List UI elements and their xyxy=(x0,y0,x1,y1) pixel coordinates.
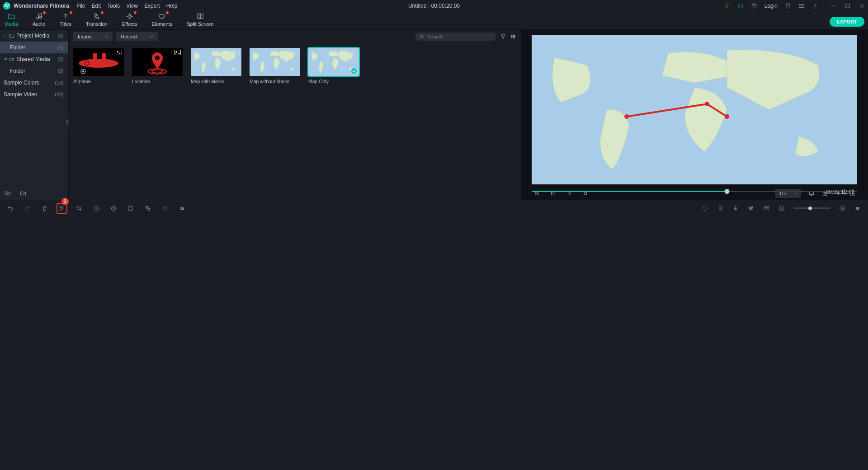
filter-icon[interactable] xyxy=(500,33,506,40)
tree-item-sample-video[interactable]: Sample Video(20) xyxy=(0,89,68,100)
grid-view-icon[interactable] xyxy=(510,33,516,40)
close-icon[interactable] xyxy=(859,3,865,9)
media-item-airplane[interactable]: Airplane xyxy=(73,48,124,84)
render-icon[interactable] xyxy=(702,205,708,212)
menu-edit[interactable]: Edit xyxy=(91,3,101,9)
tree-item-folder[interactable]: Folder(0) xyxy=(0,65,68,77)
motion-icon[interactable] xyxy=(145,205,151,212)
svg-rect-60 xyxy=(129,206,132,210)
menu-export[interactable]: Export xyxy=(144,3,160,9)
minimize-icon[interactable] xyxy=(830,3,836,9)
svg-point-48 xyxy=(624,114,629,119)
svg-point-36 xyxy=(176,51,177,52)
media-item-location[interactable]: Location xyxy=(132,48,183,84)
svg-point-21 xyxy=(514,38,515,38)
zoom-fit-icon[interactable] xyxy=(854,205,861,212)
tree-item-project-media[interactable]: Project Media(5) xyxy=(0,30,68,42)
tab-audio[interactable]: Audio xyxy=(32,10,46,29)
svg-point-19 xyxy=(511,38,512,38)
svg-point-14 xyxy=(513,35,514,36)
svg-rect-77 xyxy=(859,207,859,210)
greenscreen-icon[interactable] xyxy=(127,205,134,212)
zoom-slider[interactable] xyxy=(794,207,830,209)
svg-point-42 xyxy=(293,51,295,52)
menu-help[interactable]: Help xyxy=(166,3,178,9)
mail-icon[interactable] xyxy=(798,3,805,9)
menu-file[interactable]: File xyxy=(76,3,85,9)
tab-bar: MediaAudioTitlesTransitionEffectsElement… xyxy=(0,12,868,30)
svg-rect-72 xyxy=(764,209,768,210)
document-title: Untitled : 00:00:20:00 xyxy=(408,3,460,9)
menu-view[interactable]: View xyxy=(126,3,138,9)
image-type-icon xyxy=(175,50,181,55)
svg-point-45 xyxy=(352,51,354,52)
keyframe-icon[interactable] xyxy=(162,205,168,212)
svg-point-16 xyxy=(511,36,512,37)
collapse-handle[interactable] xyxy=(65,115,69,129)
zoom-in-icon[interactable] xyxy=(839,205,845,212)
preview-pane: { } 1/2 00:00:12:02 xyxy=(521,30,868,200)
tab-media[interactable]: Media xyxy=(4,10,19,29)
mixer-icon[interactable] xyxy=(748,205,754,212)
svg-rect-41 xyxy=(292,50,298,55)
tree-item-shared-media[interactable]: Shared Media(0) xyxy=(0,53,68,65)
preview-slider[interactable]: { } xyxy=(532,187,857,189)
menu-tools[interactable]: Tools xyxy=(107,3,120,9)
media-item-map-without-marks[interactable]: Map without Marks xyxy=(250,48,300,84)
undo-icon[interactable] xyxy=(7,205,14,212)
import-dropdown[interactable]: Import xyxy=(73,32,113,41)
zoom-out-icon[interactable] xyxy=(778,205,785,212)
svg-point-66 xyxy=(703,206,708,211)
adjust-icon[interactable] xyxy=(179,205,185,212)
svg-rect-71 xyxy=(764,207,768,207)
split-button[interactable]: 2 xyxy=(59,205,65,212)
tips-icon[interactable] xyxy=(724,3,730,9)
download-icon[interactable] xyxy=(812,3,818,9)
svg-rect-7 xyxy=(846,4,849,8)
tab-elements[interactable]: Elements xyxy=(151,10,173,29)
search-box[interactable] xyxy=(415,33,496,41)
color-icon[interactable] xyxy=(110,205,117,212)
headset-icon[interactable] xyxy=(737,3,744,9)
delete-icon[interactable] xyxy=(42,205,48,212)
project-tree: Project Media(5)Folder(5)Shared Media(0)… xyxy=(0,30,69,200)
track-options-icon[interactable] xyxy=(763,205,769,212)
search-input[interactable] xyxy=(427,34,492,39)
image-type-icon xyxy=(292,50,298,55)
media-item-map-only[interactable]: Map Only xyxy=(308,48,359,84)
preview-timecode: 00:00:12:02 xyxy=(826,189,854,195)
save-icon[interactable] xyxy=(785,3,791,9)
svg-rect-3 xyxy=(742,6,743,8)
svg-point-58 xyxy=(111,206,115,210)
new-folder-icon[interactable] xyxy=(5,190,11,196)
marker-icon[interactable] xyxy=(717,205,723,212)
tab-effects[interactable]: Effects xyxy=(121,10,138,29)
speed-icon[interactable] xyxy=(93,205,99,212)
svg-point-59 xyxy=(113,207,114,209)
preview-canvas[interactable] xyxy=(532,35,857,184)
tree-item-sample-colors[interactable]: Sample Colors(15) xyxy=(0,77,68,89)
crop-icon[interactable] xyxy=(76,205,82,212)
svg-rect-76 xyxy=(857,207,858,210)
export-button[interactable]: EXPORT xyxy=(830,17,864,27)
media-browser: Import Record AirplaneLocation Map with … xyxy=(69,30,521,200)
app-logo-icon xyxy=(3,2,11,10)
svg-point-9 xyxy=(40,16,42,19)
open-folder-icon[interactable] xyxy=(20,190,26,196)
tab-titles[interactable]: Titles xyxy=(59,10,72,29)
voiceover-icon[interactable] xyxy=(732,205,739,212)
zoom-dropdown[interactable]: 1/2 xyxy=(775,189,801,198)
svg-rect-35 xyxy=(175,50,181,55)
tab-transition[interactable]: Transition xyxy=(85,10,108,29)
tab-split-screen[interactable]: Split Screen xyxy=(186,10,214,29)
tree-item-folder[interactable]: Folder(5) xyxy=(0,42,68,53)
svg-point-1 xyxy=(726,4,728,6)
redo-icon[interactable] xyxy=(24,205,31,212)
maximize-icon[interactable] xyxy=(844,3,851,9)
media-item-map-with-marks[interactable]: Map with Marks xyxy=(191,48,241,84)
annotation-badge-2: 2 xyxy=(61,198,69,205)
gift-icon[interactable] xyxy=(751,3,757,9)
login-button[interactable]: Login xyxy=(764,3,778,9)
svg-rect-62 xyxy=(148,208,150,210)
record-dropdown[interactable]: Record xyxy=(116,32,157,41)
